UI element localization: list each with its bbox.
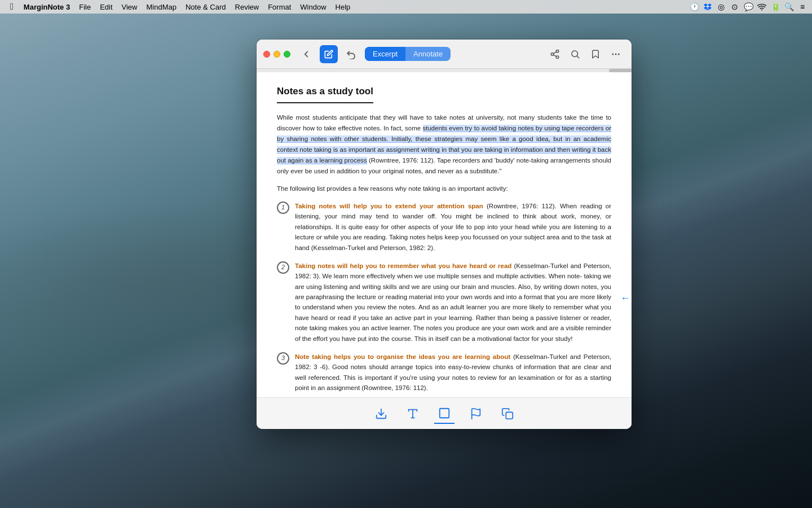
menubar-edit[interactable]: Edit [95, 0, 117, 14]
back-button[interactable] [297, 45, 315, 63]
excerpt-button[interactable]: Excerpt [365, 47, 405, 61]
highlight-1: students even try to avoid taking notes … [277, 125, 611, 164]
menubar-left:  MarginNote 3 File Edit View MindMap No… [5, 0, 355, 14]
text-tool-button[interactable] [403, 404, 423, 424]
bottom-toolbar [257, 397, 632, 429]
svg-rect-13 [439, 408, 449, 418]
bullet-list: 1 Taking notes will help you to extend y… [277, 201, 611, 393]
bullet-text-1: Taking notes will help you to extend you… [295, 201, 611, 253]
clock-icon: 🕐 [689, 2, 699, 12]
bullet-heading-3: Note taking helps you to organise the id… [295, 353, 510, 360]
toolbar-right [546, 45, 625, 63]
close-button[interactable] [263, 51, 270, 58]
search-button[interactable] [566, 45, 584, 63]
controls-icon[interactable]: ≡ [797, 2, 807, 12]
bullet-num-1: 1 [277, 202, 289, 214]
menubar-mindmap[interactable]: MindMap [142, 0, 181, 14]
status-icon: ◎ [716, 2, 726, 12]
share-button[interactable] [546, 45, 564, 63]
svg-point-6 [572, 51, 578, 57]
svg-point-0 [761, 10, 762, 11]
titlebar: Excerpt Annotate [257, 40, 632, 69]
flag-tool-button[interactable] [466, 404, 486, 424]
paragraph-1: While most students anticipate that they… [277, 112, 611, 177]
copy-tool-button[interactable] [497, 404, 518, 424]
bullet-text-2: Taking notes will help you to remember w… [295, 261, 611, 344]
svg-point-7 [612, 53, 614, 55]
svg-rect-15 [506, 412, 513, 419]
svg-point-8 [615, 53, 617, 55]
bookmark-button[interactable] [586, 45, 604, 63]
menubar-window[interactable]: Window [295, 0, 330, 14]
svg-point-9 [618, 53, 620, 55]
paragraph-2: The following list provides a few reason… [277, 183, 611, 194]
menubar:  MarginNote 3 File Edit View MindMap No… [0, 0, 812, 14]
menubar-view[interactable]: View [117, 0, 142, 14]
menubar-help[interactable]: Help [331, 0, 355, 14]
undo-button[interactable] [342, 45, 360, 63]
more-button[interactable] [607, 45, 625, 63]
minimize-button[interactable] [273, 51, 280, 58]
dropbox-icon [703, 2, 713, 12]
pencil-button[interactable] [320, 45, 338, 63]
menubar-review[interactable]: Review [231, 0, 264, 14]
download-tool-button[interactable] [371, 404, 391, 424]
excerpt-annotate-segment: Excerpt Annotate [365, 47, 451, 61]
menubar-right: 🕐 ◎ ⊙ 💬 🔋 🔍 ≡ [689, 2, 807, 12]
battery-icon: 🔋 [770, 2, 780, 12]
wifi-icon [757, 2, 767, 12]
bullet-text-3: Note taking helps you to organise the id… [295, 352, 611, 393]
vcs-icon: ⊙ [730, 2, 740, 12]
bullet-item-3: 3 Note taking helps you to organise the … [277, 352, 611, 393]
menubar-app-name[interactable]: MarginNote 3 [19, 0, 74, 14]
bullet-item-1: 1 Taking notes will help you to extend y… [277, 201, 611, 253]
messages-icon: 💬 [743, 2, 753, 12]
traffic-lights [263, 51, 290, 58]
search-menu-icon[interactable]: 🔍 [784, 2, 794, 12]
apple-menu[interactable]:  [5, 0, 19, 14]
menubar-format[interactable]: Format [263, 0, 295, 14]
svg-line-5 [553, 51, 556, 53]
fullscreen-button[interactable] [284, 51, 290, 58]
bullet-item-2: 2 Taking notes will help you to remember… [277, 261, 611, 344]
bullet-heading-2: Taking notes will help you to remember w… [295, 262, 511, 269]
document-title: Notes as a study tool [277, 84, 373, 103]
bullet-heading-1: Taking notes will help you to extend you… [295, 203, 483, 209]
annotate-button[interactable]: Annotate [405, 47, 451, 61]
frame-tool-button[interactable] [434, 404, 454, 424]
svg-line-4 [553, 55, 556, 56]
bullet-num-2: 2 [277, 261, 289, 274]
menubar-file[interactable]: File [74, 0, 95, 14]
collapse-arrow[interactable]: ← [620, 290, 630, 306]
bullet-num-3: 3 [277, 352, 289, 365]
menubar-notecard[interactable]: Note & Card [181, 0, 231, 14]
document-content[interactable]: Notes as a study tool While most student… [257, 72, 632, 397]
document-window: Excerpt Annotate [257, 40, 632, 429]
